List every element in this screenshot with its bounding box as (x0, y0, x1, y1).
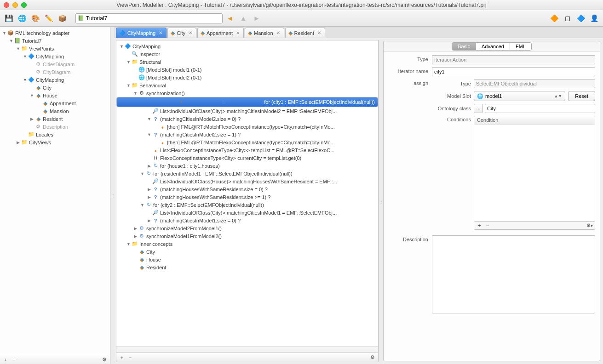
tree-row[interactable]: ▼🔷CityMapping (116, 42, 378, 50)
tree-row[interactable]: ▶⚙synchronizeModel2FromModel1() (116, 224, 378, 232)
disclosure-triangle-icon[interactable]: ▶ (133, 226, 138, 231)
tree-row[interactable]: ⚙Description (0, 123, 110, 131)
condition-options-icon[interactable]: ⚙▾ (586, 223, 594, 228)
disclosure-triangle-icon[interactable]: ▼ (140, 171, 145, 176)
disclosure-triangle-icon[interactable]: ▼ (133, 91, 138, 96)
modelslot-select[interactable]: 🌐model1 ▲▼ (474, 91, 565, 101)
tab-close-icon[interactable]: ✕ (276, 30, 280, 35)
palette-icon[interactable]: 🎨 (29, 12, 41, 24)
splitter-left[interactable] (110, 27, 114, 364)
nav-forward-icon[interactable]: ► (251, 12, 263, 24)
tree-row[interactable]: ◆City (116, 248, 378, 256)
disclosure-triangle-icon[interactable]: ▶ (147, 195, 152, 199)
iterator-field[interactable] (432, 67, 595, 76)
disclosure-triangle-icon[interactable]: ▼ (29, 93, 34, 98)
tree-row[interactable]: ▼↻for (residentInModel1 : EMF::SelectEMF… (116, 170, 378, 177)
tree-row[interactable]: ◆City (0, 84, 110, 91)
tree-row[interactable]: 🔍Inspector (116, 50, 378, 58)
tree-row[interactable]: ▶↻for (house1 : city1.houses) (116, 162, 378, 170)
disclosure-triangle-icon[interactable]: ▼ (126, 242, 131, 246)
editor-hscroll[interactable] (116, 346, 378, 353)
tree-row[interactable]: ▼📁Inner concepts (116, 240, 378, 248)
editor-tab[interactable]: ◆City✕ (167, 28, 196, 38)
tree-row[interactable]: ◆Appartment (0, 99, 110, 107)
tree-row[interactable]: ◆Mansion (0, 107, 110, 115)
tree-row[interactable]: ▼📁Behavioural (116, 81, 378, 89)
tab-close-icon[interactable]: ✕ (189, 30, 192, 35)
tree-row[interactable]: ▶◆Resident (0, 115, 110, 123)
tree-row[interactable]: ▼📦FML technology adapter (0, 29, 110, 37)
remove-button[interactable]: − (10, 356, 17, 364)
tree-row[interactable]: ▶⚙synchronizeModel1FromModel2() (116, 232, 378, 240)
tab-close-icon[interactable]: ✕ (159, 30, 162, 35)
tree-row[interactable]: ◆Resident (116, 263, 378, 271)
condition-add-button[interactable]: + (475, 222, 483, 229)
tree-row[interactable]: ▼📗Tutorial7 (0, 37, 110, 45)
disclosure-triangle-icon[interactable]: ▶ (29, 117, 34, 121)
tree-row[interactable]: ▼📁ViewPoints (0, 45, 110, 52)
options-icon[interactable]: ⚙ (101, 356, 108, 364)
editor-remove-button[interactable]: − (126, 354, 134, 361)
editor-tab[interactable]: ◆Resident✕ (285, 28, 325, 38)
tree-row[interactable]: ▶📁CityViews (0, 138, 110, 146)
editor-add-button[interactable]: + (118, 354, 126, 361)
package-icon[interactable]: 📦 (56, 12, 68, 24)
tree-row[interactable]: ◆House (116, 256, 378, 263)
disclosure-triangle-icon[interactable]: ▼ (140, 203, 145, 207)
editor-tab[interactable]: ◆Mansion✕ (245, 28, 284, 38)
disclosure-triangle-icon[interactable]: ▼ (179, 100, 184, 104)
tab-advanced[interactable]: Advanced (476, 43, 510, 50)
disclosure-triangle-icon[interactable]: ▼ (147, 117, 152, 121)
globe-icon[interactable]: 🌐 (16, 12, 28, 24)
tab-close-icon[interactable]: ✕ (317, 30, 321, 35)
tree-row[interactable]: ▶?(matchingHousesWithSameResident.size >… (116, 193, 378, 201)
tree-row[interactable]: ▼📁Structural (116, 58, 378, 66)
tree-row[interactable]: 🌐[ModelSlot] model2 (0-1) (116, 74, 378, 81)
tree-row[interactable]: ▼↻for (city2 : EMF::SelectEMFObjectIndiv… (116, 201, 378, 209)
tree-row[interactable]: ▼⚙synchronization() (116, 89, 378, 97)
editor-tab[interactable]: 🔷CityMapping✕ (116, 28, 167, 38)
disclosure-triangle-icon[interactable]: ▼ (16, 46, 21, 51)
tree-row[interactable]: 🌐[ModelSlot] model1 (0-1) (116, 66, 378, 74)
splitter-right[interactable] (379, 38, 382, 364)
description-field[interactable] (432, 235, 595, 313)
ontology-browse-button[interactable]: … (474, 104, 483, 113)
tree-row[interactable]: ⬥List<FlexoConceptInstanceType<City>> te… (116, 146, 378, 154)
condition-remove-button[interactable]: − (483, 222, 492, 229)
tree-row[interactable]: 🔎List<IndividualOfClass(House)> matching… (116, 177, 378, 185)
tree-row[interactable]: ⬥[then] FML@RT::MatchFlexoConceptInstanc… (116, 138, 378, 146)
project-tree[interactable]: ▼📦FML technology adapter▼📗Tutorial7▼📁Vie… (0, 27, 110, 355)
tree-row[interactable]: ▼🔷CityMapping (0, 52, 110, 60)
disclosure-triangle-icon[interactable]: ▼ (119, 44, 124, 49)
nav-up-icon[interactable]: ▲ (237, 12, 249, 24)
disclosure-triangle-icon[interactable]: ▼ (9, 39, 14, 43)
tool-c-icon[interactable]: 🔷 (575, 12, 587, 24)
editor-tab[interactable]: ◆Appartment✕ (197, 28, 244, 38)
tool-d-icon[interactable]: 👤 (588, 12, 600, 24)
edit-icon[interactable]: ✏️ (43, 12, 55, 24)
save-icon[interactable]: 💾 (3, 12, 15, 24)
nav-back-icon[interactable]: ◄ (224, 12, 236, 24)
disclosure-triangle-icon[interactable]: ▶ (133, 234, 138, 239)
tree-row[interactable]: ▶?(matchingHousesWithSameResident.size =… (116, 185, 378, 193)
reset-button[interactable]: Reset (568, 91, 595, 101)
tool-b-icon[interactable]: ◻ (562, 12, 574, 24)
disclosure-triangle-icon[interactable]: ▶ (147, 164, 152, 168)
tool-a-icon[interactable]: 🔶 (548, 12, 560, 24)
disclosure-triangle-icon[interactable]: ▼ (23, 54, 28, 59)
add-button[interactable]: + (2, 356, 9, 364)
disclosure-triangle-icon[interactable]: ▼ (147, 132, 152, 137)
disclosure-triangle-icon[interactable]: ▼ (126, 83, 131, 88)
ontology-field[interactable] (485, 104, 595, 113)
tree-row[interactable]: 📁Locales (0, 131, 110, 138)
disclosure-triangle-icon[interactable]: ▶ (147, 187, 152, 192)
disclosure-triangle-icon[interactable]: ▼ (23, 78, 28, 82)
tree-row[interactable]: ▶?(matchingCitiesInModel1.size = 0) ? (116, 216, 378, 224)
tab-close-icon[interactable]: ✕ (236, 30, 240, 35)
editor-tree[interactable]: ▼🔷CityMapping🔍Inspector▼📁Structural🌐[Mod… (116, 40, 378, 346)
address-input[interactable] (86, 15, 220, 22)
tree-row[interactable]: ⬥[then] FML@RT::MatchFlexoConceptInstanc… (116, 123, 378, 131)
tab-basic[interactable]: Basic (452, 43, 476, 50)
tree-row[interactable]: ⚙CityDiagram (0, 68, 110, 76)
tree-row[interactable]: 🔎List<IndividualOfClass(City)> matchingC… (116, 107, 378, 115)
